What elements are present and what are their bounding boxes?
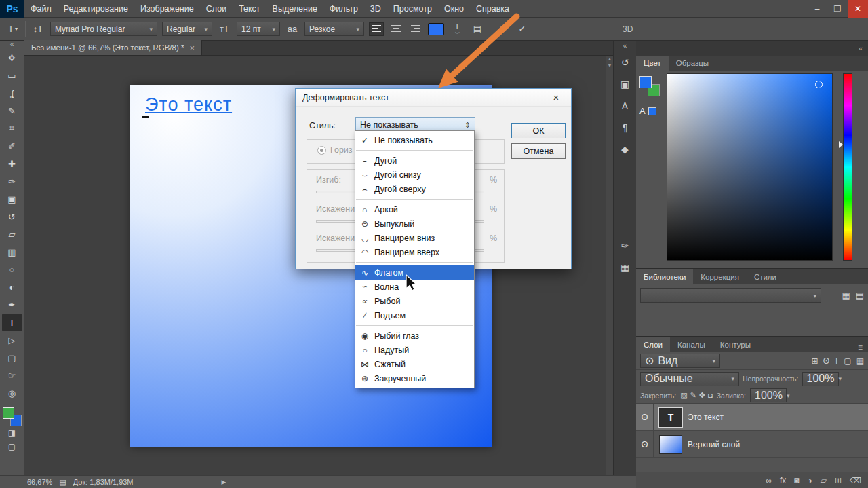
layer-thumbnail-type[interactable]: T <box>659 408 682 427</box>
layer-row-gradient[interactable]: ʘ Верхний слой <box>636 431 868 458</box>
anti-alias-select[interactable]: Резкое ▾ <box>304 22 364 36</box>
gradient-tool[interactable]: ▥ <box>2 243 22 261</box>
tab-layers[interactable]: Слои <box>636 337 670 352</box>
hand-tool[interactable]: ☞ <box>2 367 22 384</box>
list-view-icon[interactable]: ▤ <box>856 290 864 301</box>
warp-menu-item-shell-upper[interactable]: ◠ Панцирем вверх <box>355 245 474 259</box>
adjustment-layer-icon[interactable]: ◑ <box>807 476 812 485</box>
presets-panel-icon[interactable]: ▦ <box>616 259 634 276</box>
menu-filter[interactable]: Фильтр <box>323 0 364 18</box>
grid-view-icon[interactable]: ▦ <box>842 290 850 301</box>
new-layer-icon[interactable]: ⊞ <box>835 476 842 485</box>
quick-select-tool[interactable]: ✎ <box>2 102 22 119</box>
warp-menu-item-wave[interactable]: ≈ Волна <box>355 280 474 294</box>
tab-channels[interactable]: Каналы <box>670 337 713 352</box>
crop-tool[interactable]: ⌗ <box>2 119 22 137</box>
warp-menu-item-flag[interactable]: ∿ Флагом <box>355 265 474 280</box>
layer-filter-select[interactable]: ⊙ Вид ▾ <box>640 354 720 368</box>
tab-paths[interactable]: Контуры <box>713 337 758 352</box>
text-color-swatch[interactable] <box>428 23 444 35</box>
menu-image[interactable]: Изображение <box>134 0 200 18</box>
ok-button[interactable]: ОК <box>511 123 566 138</box>
history-panel-icon[interactable]: ↺ <box>616 54 634 71</box>
menu-edit[interactable]: Редактирование <box>58 0 134 18</box>
blend-mode-select[interactable]: Обычные ▾ <box>640 372 739 386</box>
close-button[interactable]: ✕ <box>848 0 868 18</box>
screen-mode-icon[interactable]: ▢ <box>8 440 16 453</box>
delete-layer-icon[interactable]: ⌫ <box>850 476 861 485</box>
eraser-tool[interactable]: ▱ <box>2 225 22 243</box>
new-group-icon[interactable]: ▱ <box>821 476 827 485</box>
warp-menu-item-inflate[interactable]: ○ Надутый <box>355 343 474 357</box>
menu-view[interactable]: Просмотр <box>387 0 438 18</box>
scroll-down-icon[interactable]: ▼ <box>606 62 613 69</box>
shape-tool[interactable]: ▢ <box>2 349 22 367</box>
lock-all-icon[interactable]: ◘ <box>708 391 713 400</box>
document-tab[interactable]: Без имени-1 @ 66,7% (Это текст, RGB/8) *… <box>24 40 202 55</box>
tool-preset-icon[interactable]: T ▾ <box>5 22 20 37</box>
text-orientation-button[interactable]: ↕T <box>31 22 45 37</box>
dialog-title-bar[interactable]: Деформировать текст × <box>296 89 571 107</box>
layer-name[interactable]: Верхний слой <box>688 440 740 449</box>
filter-adjustment-icon[interactable]: ʘ <box>823 356 829 366</box>
brush-tool[interactable]: ✑ <box>2 172 22 190</box>
hue-slider-marker[interactable] <box>839 141 843 148</box>
layer-name[interactable]: Это текст <box>688 413 724 422</box>
libraries-select[interactable]: ▾ <box>640 288 821 303</box>
paragraph-panel-icon[interactable]: ¶ <box>616 119 634 136</box>
layer-thumbnail-gradient[interactable] <box>659 435 682 454</box>
warp-text-button[interactable]: T ⌣ <box>449 24 465 35</box>
font-style-select[interactable]: Regular ▾ <box>162 22 212 36</box>
layer-row-text[interactable]: ʘ T Это текст <box>636 404 868 431</box>
pen-tool[interactable]: ✒ <box>2 296 22 314</box>
dialog-close-icon[interactable]: × <box>548 92 564 103</box>
menu-help[interactable]: Справка <box>470 0 515 18</box>
zoom-tool[interactable]: ◎ <box>2 384 22 402</box>
filter-pixel-icon[interactable]: ⊞ <box>812 356 818 366</box>
character-panel-icon[interactable]: А <box>616 97 634 115</box>
layer-visibility-toggle[interactable]: ʘ <box>636 431 654 457</box>
path-select-tool[interactable]: ▷ <box>2 331 22 349</box>
menu-file[interactable]: Файл <box>24 0 58 18</box>
warp-menu-item-arch[interactable]: ∩ Аркой <box>355 202 474 217</box>
saturation-brightness-field[interactable] <box>667 73 833 261</box>
align-right-button[interactable] <box>408 22 423 36</box>
warp-menu-item-rise[interactable]: ∕ Подъем <box>355 308 474 322</box>
menu-window[interactable]: Окно <box>438 0 470 18</box>
zoom-level[interactable]: 66,67% <box>27 478 52 486</box>
tab-libraries[interactable]: Библиотеки <box>636 269 693 284</box>
lock-position-icon[interactable]: ✥ <box>699 391 705 400</box>
clone-source-panel-icon[interactable]: ▣ <box>616 75 634 93</box>
fill-select[interactable]: 100% ▾ <box>750 388 787 402</box>
menu-layers[interactable]: Слои <box>200 0 233 18</box>
warp-menu-item-none[interactable]: ✓ Не показывать <box>355 133 474 147</box>
cancel-button[interactable]: Отмена <box>511 143 566 159</box>
warp-menu-item-twist[interactable]: ⊛ Закрученный <box>355 371 474 386</box>
filter-shape-icon[interactable]: ▢ <box>844 356 851 366</box>
restore-button[interactable]: ❐ <box>827 0 848 18</box>
quick-mask-icon[interactable]: ◨ <box>8 426 16 440</box>
warp-menu-item-squeeze[interactable]: ⋈ Сжатый <box>355 357 474 371</box>
toolbar-collapse-icon[interactable]: « <box>10 41 14 49</box>
hue-slider[interactable] <box>843 73 852 261</box>
warp-menu-item-fisheye[interactable]: ◉ Рыбий глаз <box>355 329 474 343</box>
warp-menu-item-arc-lower[interactable]: ⌣ Дугой снизу <box>355 168 474 182</box>
color-picker-marker[interactable] <box>815 81 823 88</box>
fg-bg-color-widget[interactable] <box>639 76 660 96</box>
brushes-panel-icon[interactable]: ✑ <box>616 237 634 255</box>
filter-type-icon[interactable]: T <box>834 356 839 366</box>
lasso-tool[interactable]: ʆ <box>2 84 22 102</box>
filter-smart-icon[interactable]: ▦ <box>856 356 864 366</box>
menu-3d[interactable]: 3D <box>364 0 387 18</box>
font-family-select[interactable]: Myriad Pro Regular ▾ <box>50 22 157 36</box>
warp-menu-item-fish[interactable]: ∝ Рыбой <box>355 294 474 308</box>
opacity-select[interactable]: 100% ▾ <box>802 372 839 386</box>
dock-collapse-icon[interactable]: « <box>859 45 863 52</box>
add-mask-icon[interactable]: ◙ <box>794 476 799 485</box>
foreground-color-swatch[interactable] <box>639 76 652 88</box>
foreground-background-swatches[interactable] <box>3 407 22 426</box>
link-layers-icon[interactable]: ∞ <box>766 476 772 485</box>
commit-edits-button[interactable]: ✓ <box>515 22 530 37</box>
dodge-tool[interactable]: ◐ <box>2 278 22 296</box>
align-center-button[interactable] <box>389 22 403 36</box>
